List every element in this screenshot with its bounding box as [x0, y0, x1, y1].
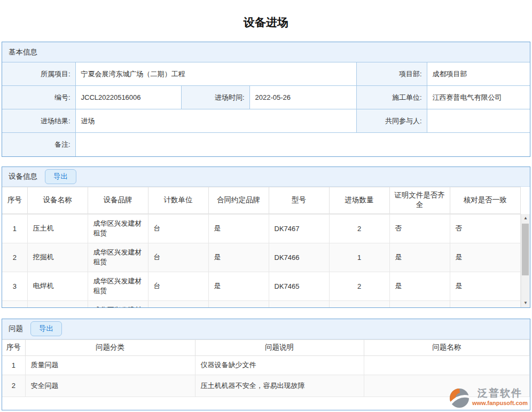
- entry-result-label: 进场结果:: [2, 109, 75, 133]
- cell-contract-brand: [208, 300, 269, 307]
- department-label: 项目部:: [356, 62, 427, 86]
- col-check-consistent: 核对是否一致: [450, 187, 521, 213]
- fanpu-logo-icon: [449, 387, 470, 410]
- cell-problem-category: 安全问题: [25, 375, 195, 397]
- cell-check-consistent: 否: [450, 214, 521, 243]
- cell-problem-seq: 1: [2, 355, 25, 375]
- vendor-watermark: 泛普软件 www.fanpusoft.com: [449, 387, 528, 410]
- project-value: 宁夏会展湾东城广场（二期）工程: [75, 62, 356, 86]
- cell-count-unit: 台: [148, 272, 208, 300]
- basic-info-row-remark: 备注:: [2, 133, 530, 156]
- cell-device-brand: 成华区兴发建材租赁: [88, 272, 148, 300]
- cell-model: DK7467: [269, 214, 329, 243]
- cell-device-brand: 成华区兴发建材租赁: [88, 214, 148, 243]
- cell-check-consistent: [450, 300, 521, 307]
- device-section-title: 设备信息: [9, 172, 37, 181]
- remark-value: [75, 133, 530, 156]
- col-model: 型号: [269, 187, 329, 213]
- device-row-1: 1 压土机 成华区兴发建材租赁 台 是 DK7467 2 否 否: [2, 214, 521, 243]
- cell-contract-brand: 是: [208, 243, 269, 272]
- cell-entry-qty: 1: [329, 243, 389, 272]
- cell-seq: 3: [2, 272, 27, 300]
- cell-contract-brand: 是: [208, 272, 269, 300]
- cell-contract-brand: 是: [208, 214, 269, 243]
- col-entry-qty: 进场数量: [329, 187, 389, 213]
- cell-check-consistent: 是: [450, 272, 521, 300]
- col-problem-description: 问题说明: [195, 339, 364, 355]
- cell-entry-qty: 2: [329, 272, 389, 300]
- device-export-button[interactable]: 导出: [45, 169, 76, 184]
- code-label: 编号:: [2, 86, 75, 109]
- vertical-scrollbar[interactable]: ▲ ▼: [521, 214, 530, 307]
- problem-section-title: 问题: [9, 324, 23, 334]
- cell-device-name: 挖掘机: [27, 243, 88, 272]
- entry-time-label: 进场时间:: [181, 86, 249, 109]
- problem-export-button[interactable]: 导出: [30, 321, 62, 336]
- cell-problem-seq: 2: [2, 375, 25, 397]
- device-row-2: 2 挖掘机 成华区兴发建材租赁 台 是 DK7466 1 是 是: [2, 243, 521, 272]
- cell-device-brand: 成华区兴发建材租赁: [88, 243, 148, 272]
- device-row-4-clipped: 成华区兴发建材租赁: [2, 300, 521, 307]
- project-label: 所属项目:: [2, 62, 75, 86]
- construction-unit-label: 施工单位:: [356, 86, 427, 109]
- cell-check-consistent: 是: [450, 243, 521, 272]
- basic-info-row-result: 进场结果: 进场 共同参与人:: [2, 109, 530, 133]
- scroll-up-button[interactable]: ▲: [521, 214, 530, 223]
- basic-info-panel: 基本信息 所属项目: 宁夏会展湾东城广场（二期）工程 项目部: 成都项目部 编号…: [2, 42, 530, 157]
- construction-unit-value: 江西赛普电气有限公司: [427, 86, 530, 109]
- cell-problem-name: [364, 355, 530, 375]
- cell-problem-description: 仪器设备缺少文件: [195, 355, 364, 375]
- col-problem-name: 问题名称: [364, 339, 530, 355]
- cell-model: DK7466: [269, 243, 329, 272]
- col-count-unit: 计数单位: [148, 187, 208, 213]
- cell-docs-complete: [389, 300, 450, 307]
- device-section-bar: 设备信息 导出: [2, 167, 530, 187]
- device-table-header: 序号 设备名称 设备品牌 计数单位 合同约定品牌 型号 进场数量 证明文件是否齐…: [2, 187, 521, 214]
- col-device-name: 设备名称: [27, 187, 88, 213]
- cell-model: [269, 300, 329, 307]
- cell-device-brand: 成华区兴发建材租赁: [88, 300, 148, 307]
- basic-info-row-project: 所属项目: 宁夏会展湾东城广场（二期）工程 项目部: 成都项目部: [2, 62, 530, 86]
- col-problem-category: 问题分类: [25, 339, 195, 355]
- cell-device-name: [27, 300, 88, 307]
- scroll-down-button[interactable]: ▼: [521, 299, 530, 307]
- cell-count-unit: [148, 300, 208, 307]
- problem-row-1: 1 质量问题 仪器设备缺少文件: [2, 355, 530, 375]
- problem-section-bar: 问题 导出: [2, 319, 530, 339]
- col-docs-complete: 证明文件是否齐全: [389, 187, 450, 213]
- cell-device-name: 电焊机: [27, 272, 88, 300]
- watermark-url: www.fanpusoft.com: [472, 399, 528, 407]
- device-row-3: 3 电焊机 成华区兴发建材租赁 台 是 DK7465 2 是 是: [2, 272, 521, 300]
- cell-problem-description: 压土机机器不安全，容易出现故障: [195, 375, 364, 397]
- entry-time-value: 2022-05-26: [249, 86, 356, 109]
- basic-info-form: 所属项目: 宁夏会展湾东城广场（二期）工程 项目部: 成都项目部 编号: JCC…: [2, 62, 530, 156]
- cell-docs-complete: 是: [389, 243, 450, 272]
- cell-docs-complete: 否: [389, 214, 450, 243]
- cell-count-unit: 台: [148, 214, 208, 243]
- cell-seq: 1: [2, 214, 27, 243]
- cell-problem-category: 质量问题: [25, 355, 195, 375]
- cell-docs-complete: 是: [389, 272, 450, 300]
- participants-value: [427, 109, 530, 133]
- remark-label: 备注:: [2, 133, 75, 156]
- scrollbar-thumb[interactable]: [522, 224, 529, 275]
- basic-info-section-title: 基本信息: [9, 47, 37, 57]
- cell-count-unit: 台: [148, 243, 208, 272]
- cell-model: DK7465: [269, 272, 329, 300]
- col-problem-seq: 序号: [2, 339, 25, 355]
- department-value: 成都项目部: [427, 62, 530, 86]
- page-title: 设备进场: [0, 0, 532, 42]
- code-value: JCCL20220516006: [75, 86, 181, 109]
- participants-label: 共同参与人:: [356, 109, 427, 133]
- cell-seq: 2: [2, 243, 27, 272]
- device-info-panel: 设备信息 导出 序号 设备名称 设备品牌 计数单位 合同约定品牌 型号 进场数量…: [2, 167, 530, 308]
- col-device-brand: 设备品牌: [88, 187, 148, 213]
- cell-device-name: 压土机: [27, 214, 88, 243]
- entry-result-value: 进场: [75, 109, 356, 133]
- cell-seq: [2, 300, 27, 307]
- cell-entry-qty: 2: [329, 214, 389, 243]
- watermark-brand: 泛普软件: [478, 387, 522, 399]
- col-seq: 序号: [2, 187, 27, 213]
- device-table-body: 1 压土机 成华区兴发建材租赁 台 是 DK7467 2 否 否 2 挖掘机 成…: [2, 214, 530, 307]
- basic-info-section-bar: 基本信息: [2, 42, 530, 62]
